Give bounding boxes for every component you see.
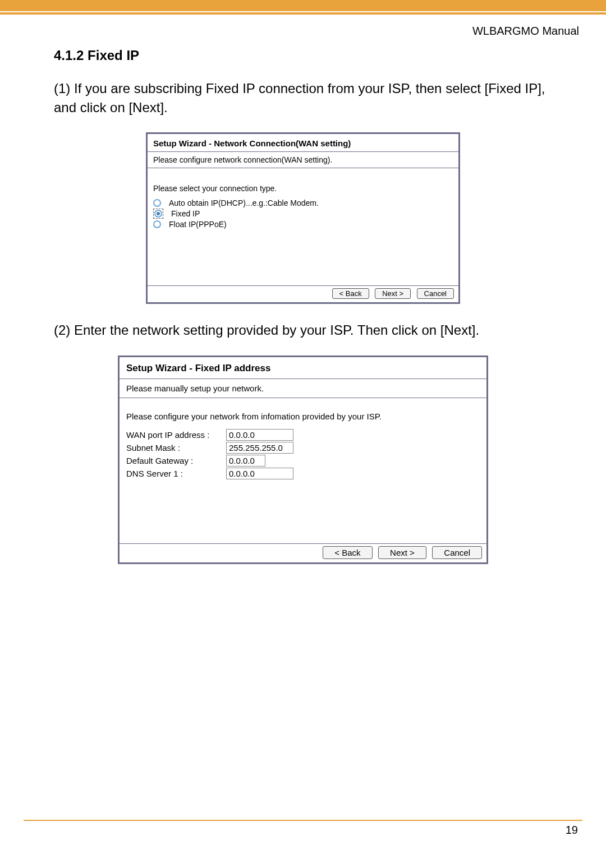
next-button[interactable]: Next > <box>375 288 411 299</box>
label-dns1: DNS Server 1 : <box>126 469 226 478</box>
label-gateway: Default Gateway : <box>126 456 226 465</box>
radio-row-fixed-ip[interactable]: Fixed IP <box>153 209 453 219</box>
cancel-button[interactable]: Cancel <box>417 288 454 299</box>
footer-divider <box>24 820 582 821</box>
top-orange-bar <box>0 0 606 11</box>
radio-row-dhcp[interactable]: Auto obtain IP(DHCP)...e.g.:Cable Modem. <box>153 198 453 207</box>
dialog2-prompt: Please configure your network from infom… <box>126 412 480 421</box>
dialog2-body: Please configure your network from infom… <box>120 398 486 543</box>
input-dns1[interactable]: 0.0.0.0 <box>226 468 293 479</box>
wizard-dialog-wan: Setup Wizard - Network Connection(WAN se… <box>146 132 460 304</box>
radio-dot-icon <box>157 212 160 215</box>
cancel-button[interactable]: Cancel <box>432 546 482 559</box>
manual-name: WLBARGMO Manual <box>24 25 582 38</box>
radio-icon[interactable] <box>153 199 161 207</box>
radio-icon[interactable] <box>154 210 162 218</box>
step-2-text: (2) Enter the network setting provided b… <box>54 321 557 340</box>
dialog1-title: Setup Wizard - Network Connection(WAN se… <box>148 134 458 150</box>
page-number: 19 <box>566 824 578 837</box>
next-button[interactable]: Next > <box>378 546 426 559</box>
dialog1-body: Please select your connection type. Auto… <box>148 168 458 285</box>
section-title: 4.1.2 Fixed IP <box>54 48 582 63</box>
wizard-dialog-fixed-ip: Setup Wizard - Fixed IP address Please m… <box>118 355 488 564</box>
radio-label-fixed: Fixed IP <box>171 209 200 218</box>
row-subnet: Subnet Mask : 255.255.255.0 <box>126 442 480 454</box>
back-button[interactable]: < Back <box>323 546 372 559</box>
page-content: WLBARGMO Manual 4.1.2 Fixed IP (1) If yo… <box>0 15 606 844</box>
radio-selected-box <box>153 209 163 219</box>
radio-label-pppoe: Float IP(PPPoE) <box>169 220 227 229</box>
row-dns1: DNS Server 1 : 0.0.0.0 <box>126 468 480 479</box>
row-wan-ip: WAN port IP address : 0.0.0.0 <box>126 429 480 441</box>
radio-row-pppoe[interactable]: Float IP(PPPoE) <box>153 220 453 229</box>
dialog1-prompt: Please select your connection type. <box>153 184 453 193</box>
input-wan-ip[interactable]: 0.0.0.0 <box>226 429 293 441</box>
row-gateway: Default Gateway : 0.0.0.0 <box>126 455 480 467</box>
label-subnet: Subnet Mask : <box>126 443 226 453</box>
radio-label-dhcp: Auto obtain IP(DHCP)...e.g.:Cable Modem. <box>169 198 319 207</box>
dialog2-button-row: < Back Next > Cancel <box>120 543 486 562</box>
dialog1-desc: Please configure network connection(WAN … <box>148 152 458 168</box>
label-wan-ip: WAN port IP address : <box>126 430 226 440</box>
dialog2-desc: Please manually setup your network. <box>120 379 486 398</box>
input-subnet[interactable]: 255.255.255.0 <box>226 442 293 454</box>
step-1-text: (1) If you are subscribing Fixed IP conn… <box>54 79 557 117</box>
dialog2-title: Setup Wizard - Fixed IP address <box>120 357 486 377</box>
back-button[interactable]: < Back <box>332 288 369 299</box>
input-gateway[interactable]: 0.0.0.0 <box>226 455 265 467</box>
dialog1-button-row: < Back Next > Cancel <box>148 285 458 302</box>
radio-icon[interactable] <box>153 220 161 228</box>
